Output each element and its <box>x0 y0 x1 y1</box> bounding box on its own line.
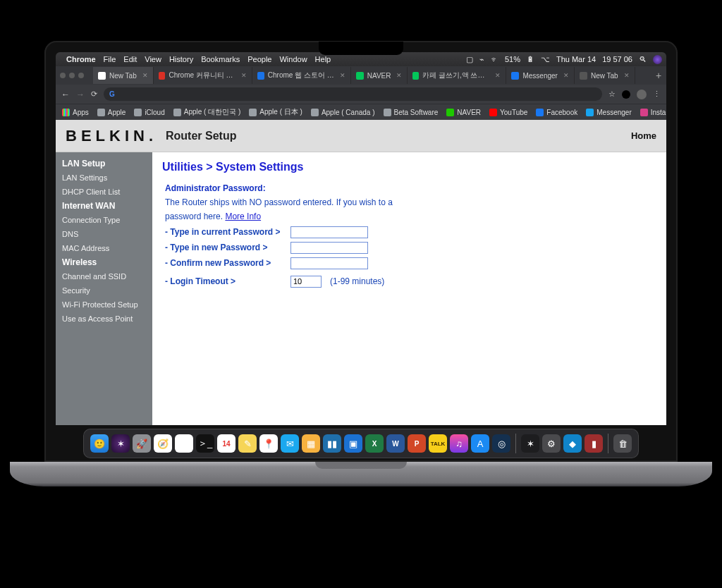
menu-bookmarks[interactable]: Bookmarks <box>201 55 240 63</box>
confirm-password-input[interactable] <box>290 257 368 269</box>
dock-keynote-icon[interactable]: ▣ <box>344 434 362 453</box>
menubar-time[interactable]: 19 57 06 <box>602 55 632 63</box>
siri-icon[interactable] <box>653 55 662 64</box>
dock-kakaotalk-icon[interactable]: TALK <box>429 434 447 453</box>
browser-tab[interactable]: Chrome 웹 스토어 - I…✕ <box>252 67 351 84</box>
sidebar-item[interactable]: Use as Access Point <box>56 312 152 326</box>
sidebar-group-head[interactable]: Internet WAN <box>56 199 152 213</box>
dock-memos-icon[interactable]: ▦ <box>302 434 320 453</box>
chrome-menu-icon[interactable]: ⋮ <box>653 90 661 99</box>
bookmark-item[interactable]: Apple ( Canada ) <box>311 109 375 116</box>
menu-view[interactable]: View <box>145 55 161 63</box>
dock-launchpad-icon[interactable]: 🚀 <box>133 434 151 453</box>
traffic-close[interactable] <box>60 73 66 78</box>
bookmark-item[interactable]: YouTube <box>489 109 527 116</box>
extension-icon[interactable] <box>622 90 630 99</box>
traffic-min[interactable] <box>69 73 75 78</box>
active-app-name[interactable]: Chrome <box>66 55 96 63</box>
bookmark-item[interactable]: Apple <box>97 109 126 116</box>
close-tab-icon[interactable]: ✕ <box>563 72 569 79</box>
menu-window[interactable]: Window <box>279 55 307 63</box>
current-password-input[interactable] <box>290 226 368 238</box>
dock-appstore-icon[interactable]: A <box>471 434 489 453</box>
sidebar-group-head[interactable]: Wireless <box>56 255 152 269</box>
dock-bars-icon[interactable]: ▮▮ <box>323 434 341 453</box>
dock-trash-icon[interactable]: 🗑︎ <box>613 434 632 453</box>
new-tab-button[interactable]: + <box>651 70 666 81</box>
dock-safari-icon[interactable]: 🧭 <box>154 434 172 453</box>
dock-word-icon[interactable]: W <box>386 434 405 453</box>
browser-tab[interactable]: NAVER✕ <box>351 67 408 84</box>
dock-notes-icon[interactable]: ✎ <box>238 434 257 453</box>
close-tab-icon[interactable]: ✕ <box>142 72 148 79</box>
close-tab-icon[interactable]: ✕ <box>624 72 630 79</box>
forward-button[interactable]: → <box>76 90 85 99</box>
bluetooth-icon[interactable]: ⌁ <box>479 55 484 64</box>
close-tab-icon[interactable]: ✕ <box>495 72 501 79</box>
new-password-input[interactable] <box>290 242 368 254</box>
browser-tab[interactable]: New Tab✕ <box>93 67 154 84</box>
switch-icon[interactable]: ⌥ <box>541 55 550 64</box>
menu-file[interactable]: File <box>104 55 116 63</box>
sidebar-item[interactable]: DNS <box>56 227 152 241</box>
bookmark-item[interactable]: NAVER <box>446 109 481 116</box>
battery-icon[interactable]: 🔋︎ <box>527 55 534 63</box>
bookmark-item[interactable]: iCloud <box>134 109 164 116</box>
sidebar-group-head[interactable]: LAN Setup <box>56 157 152 171</box>
reload-button[interactable]: ⟳ <box>91 90 97 99</box>
bookmark-item[interactable]: Facebook <box>536 109 577 116</box>
wifi-icon[interactable]: ᯤ <box>491 55 498 63</box>
bookmark-star-icon[interactable]: ☆ <box>608 90 616 99</box>
bookmark-item[interactable]: Apple ( 대한민국 ) <box>173 107 241 117</box>
dock-calendar-icon[interactable]: 14 <box>217 434 235 453</box>
sidebar-item[interactable]: MAC Address <box>56 241 152 255</box>
close-tab-icon[interactable]: ✕ <box>396 72 402 79</box>
dock-chrome-icon[interactable]: ◉ <box>175 434 193 453</box>
close-tab-icon[interactable]: ✕ <box>340 72 345 79</box>
dock-shortcut-icon[interactable]: ✶ <box>111 434 130 453</box>
spotlight-icon[interactable]: 🔍︎ <box>639 55 647 63</box>
sidebar-item[interactable]: Security <box>56 283 152 298</box>
airplay-icon[interactable]: ▢ <box>466 55 473 64</box>
browser-tab[interactable]: Messenger✕ <box>506 67 574 84</box>
apps-grid-button[interactable]: Apps <box>62 109 89 116</box>
battery-percent[interactable]: 51% <box>505 55 520 63</box>
more-info-link[interactable]: More Info <box>225 212 261 221</box>
menubar-date[interactable]: Thu Mar 14 <box>556 55 596 63</box>
traffic-max[interactable] <box>78 73 84 78</box>
browser-tab[interactable]: Chrome 커뮤니티 - 'N…✕ <box>154 67 252 84</box>
dock-powerpoint-icon[interactable]: P <box>408 434 426 453</box>
dock-messages-icon[interactable]: ✉︎ <box>281 434 299 453</box>
sidebar-item[interactable]: LAN Settings <box>56 171 152 185</box>
bookmark-item[interactable]: Instagram <box>640 109 666 116</box>
dock-maps-icon[interactable]: 📍 <box>259 434 278 453</box>
sidebar-item[interactable]: Connection Type <box>56 213 152 227</box>
close-tab-icon[interactable]: ✕ <box>241 72 247 79</box>
dock-app2-icon[interactable]: ▮ <box>585 434 603 453</box>
bookmark-item[interactable]: Messenger <box>586 109 631 116</box>
omnibox[interactable]: G <box>104 87 602 101</box>
profile-icon[interactable] <box>637 90 647 99</box>
dock-excel-icon[interactable]: X <box>365 434 384 453</box>
sidebar-item[interactable]: DHCP Client List <box>56 185 152 199</box>
dock-butterfly-icon[interactable]: ✶ <box>521 434 539 453</box>
dock-steam-icon[interactable]: ◎ <box>492 434 510 453</box>
dock-finder-icon[interactable]: 🙂 <box>90 434 109 453</box>
home-link[interactable]: Home <box>631 130 656 141</box>
sidebar-item[interactable]: Channel and SSID <box>56 269 152 283</box>
menu-edit[interactable]: Edit <box>123 55 137 63</box>
back-button[interactable]: ← <box>61 90 70 99</box>
dock-music-icon[interactable]: ♫ <box>450 434 468 453</box>
menu-help[interactable]: Help <box>315 55 331 63</box>
browser-tab[interactable]: New Tab✕ <box>575 67 635 84</box>
browser-tab[interactable]: 카페 글쓰기,액 쓰는 사람…✕ <box>408 67 506 84</box>
dock-app-icon[interactable]: ◆ <box>563 434 582 453</box>
sidebar-item[interactable]: Wi-Fi Protected Setup <box>56 298 152 312</box>
login-timeout-input[interactable] <box>290 276 322 288</box>
menu-history[interactable]: History <box>169 55 193 63</box>
dock-settings-icon[interactable]: ⚙︎ <box>542 434 561 453</box>
dock-terminal-icon[interactable]: ＞_ <box>196 434 214 453</box>
menu-people[interactable]: People <box>247 55 271 63</box>
bookmark-item[interactable]: Apple ( 日本 ) <box>249 107 302 117</box>
bookmark-item[interactable]: Beta Software <box>384 109 439 116</box>
